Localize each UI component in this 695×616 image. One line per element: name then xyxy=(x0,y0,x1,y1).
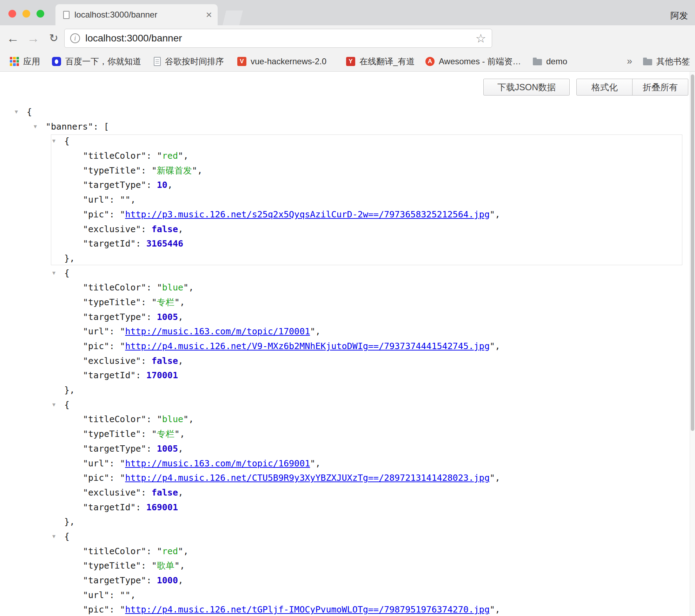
bookmark-youdao-translate[interactable]: Y 在线翻译_有道 xyxy=(346,51,415,71)
download-json-button[interactable]: 下载JSON数据 xyxy=(483,79,570,96)
json-line: "typeTitle": "新碟首发", xyxy=(0,163,688,178)
json-object: ▼{"titleColor": "blue","typeTitle": "专栏"… xyxy=(0,398,688,529)
json-punctuation: : xyxy=(141,429,152,439)
json-key: "targetType" xyxy=(83,444,146,454)
collapse-triangle-icon[interactable]: ▼ xyxy=(52,134,55,149)
json-punctuation: : xyxy=(136,238,146,249)
json-line: "url": "http://music.163.com/m/topic/169… xyxy=(0,456,688,471)
json-punctuation: " xyxy=(125,195,130,205)
site-info-icon[interactable]: i xyxy=(70,33,80,43)
json-punctuation: , xyxy=(131,195,136,205)
json-punctuation: , xyxy=(178,575,183,585)
json-key: "titleColor" xyxy=(83,151,146,161)
json-punctuation: " xyxy=(157,546,162,556)
collapse-triangle-icon[interactable]: ▼ xyxy=(34,119,37,134)
json-number-value: 1005 xyxy=(157,444,178,454)
json-key: "pic" xyxy=(83,209,109,219)
json-punctuation: , xyxy=(188,282,194,293)
json-line: "pic": "http://p3.music.126.net/s25q2x5Q… xyxy=(0,207,688,222)
json-line: "pic": "http://p4.music.126.net/tGPljf-I… xyxy=(0,602,688,616)
json-line: "targetType": 10, xyxy=(0,178,688,192)
json-punctuation: : xyxy=(146,575,157,585)
collapse-all-button[interactable]: 折叠所有 xyxy=(632,79,688,96)
collapse-triangle-icon[interactable]: ▼ xyxy=(52,529,55,544)
json-line: "exclusive": false, xyxy=(0,222,688,237)
json-punctuation: : xyxy=(146,414,157,424)
minimize-window-button[interactable] xyxy=(22,10,30,18)
bookmark-demo-folder[interactable]: demo xyxy=(533,51,567,71)
json-key: "url" xyxy=(83,326,109,336)
json-line: ▼"banners": [ xyxy=(0,119,688,134)
json-key: "pic" xyxy=(83,341,109,351)
json-punctuation: " xyxy=(178,546,183,556)
json-key: "pic" xyxy=(83,604,109,615)
json-punctuation: , xyxy=(495,473,500,483)
json-tree: ▼{▼"banners": [▼{"titleColor": "red","ty… xyxy=(0,105,688,616)
json-punctuation: " xyxy=(174,561,180,571)
json-punctuation: : xyxy=(109,326,120,336)
json-link[interactable]: http://p4.music.126.net/V9-MXz6b2MNhEKju… xyxy=(125,341,490,351)
tab-close-icon[interactable]: × xyxy=(206,9,212,20)
close-window-button[interactable] xyxy=(8,10,16,18)
json-punctuation: , xyxy=(131,590,136,600)
collapse-triangle-icon[interactable]: ▼ xyxy=(52,398,55,412)
baidu-icon xyxy=(52,57,61,66)
json-punctuation: : xyxy=(109,604,120,615)
json-line: }, xyxy=(0,251,688,266)
other-bookmarks[interactable]: 其他书签 xyxy=(643,51,690,71)
vue-icon: V xyxy=(237,57,246,66)
json-object: ▼{"titleColor": "red","typeTitle": "歌单",… xyxy=(0,529,688,616)
json-punctuation: " xyxy=(120,590,125,600)
json-punctuation: , xyxy=(178,444,183,454)
json-punctuation: " xyxy=(192,165,197,176)
json-punctuation: " xyxy=(490,209,495,219)
json-key: "exclusive" xyxy=(83,487,141,498)
json-punctuation: : xyxy=(136,502,146,512)
bookmark-label: demo xyxy=(546,57,567,66)
json-string-value: 新碟首发 xyxy=(157,165,192,176)
json-link[interactable]: http://music.163.com/m/topic/170001 xyxy=(125,326,310,336)
json-line: ▼{ xyxy=(0,266,688,281)
json-key: "targetId" xyxy=(83,370,136,380)
bookmark-awesomes[interactable]: A Awesomes - 前端资… xyxy=(425,51,521,71)
bookmark-google-sort[interactable]: 谷歌按时间排序 xyxy=(154,51,224,71)
json-key: "banners" xyxy=(46,122,93,132)
back-button[interactable]: ← xyxy=(5,31,21,46)
bookmark-apps[interactable]: 应用 xyxy=(10,51,40,71)
json-line: "url": "", xyxy=(0,192,688,207)
json-punctuation: , xyxy=(180,297,185,307)
new-tab-button[interactable] xyxy=(223,11,243,25)
json-punctuation: : xyxy=(146,282,157,293)
browser-toolbar: ← → ↻ i localhost:3000/banner ☆ 英 FE T ✓ xyxy=(0,25,695,51)
scrollbar-thumb[interactable] xyxy=(691,74,694,431)
bookmark-label: 应用 xyxy=(23,56,40,67)
json-line: "targetId": 3165446 xyxy=(0,236,688,251)
bookmarks-overflow-chevron[interactable]: » xyxy=(627,51,632,71)
json-link[interactable]: http://p4.music.126.net/tGPljf-IMOCyPvum… xyxy=(125,604,490,615)
scrollbar[interactable] xyxy=(690,72,695,616)
json-punctuation: " xyxy=(174,429,180,439)
bookmark-star-icon[interactable]: ☆ xyxy=(476,31,486,45)
json-key: "targetType" xyxy=(83,180,146,190)
collapse-triangle-icon[interactable]: ▼ xyxy=(52,266,55,281)
json-link[interactable]: http://p3.music.126.net/s25q2x5QyqsAzilC… xyxy=(125,209,490,219)
json-punctuation: , xyxy=(197,165,203,176)
address-bar[interactable]: i localhost:3000/banner ☆ xyxy=(64,29,492,48)
reload-button[interactable]: ↻ xyxy=(46,31,62,46)
profile-name[interactable]: 阿发 xyxy=(670,10,688,21)
json-line: "pic": "http://p4.music.126.net/V9-MXz6b… xyxy=(0,339,688,354)
json-key: "titleColor" xyxy=(83,546,146,556)
format-button[interactable]: 格式化 xyxy=(576,79,633,96)
json-link[interactable]: http://p4.music.126.net/CTU5B9R9y3XyYBZX… xyxy=(125,473,490,483)
json-punctuation: : xyxy=(141,165,152,176)
bookmark-vue-hackernews[interactable]: V vue-hackernews-2.0 xyxy=(237,51,326,71)
bookmark-baidu[interactable]: 百度一下，你就知道 xyxy=(52,51,141,71)
browser-tab[interactable]: localhost:3000/banner × xyxy=(55,4,218,25)
json-punctuation: , xyxy=(178,356,183,366)
json-punctuation: , xyxy=(183,151,188,161)
zoom-window-button[interactable] xyxy=(37,10,44,18)
collapse-triangle-icon[interactable]: ▼ xyxy=(15,105,18,119)
json-key: "typeTitle" xyxy=(83,561,141,571)
json-punctuation: " xyxy=(120,326,125,336)
json-link[interactable]: http://music.163.com/m/topic/169001 xyxy=(125,458,310,468)
